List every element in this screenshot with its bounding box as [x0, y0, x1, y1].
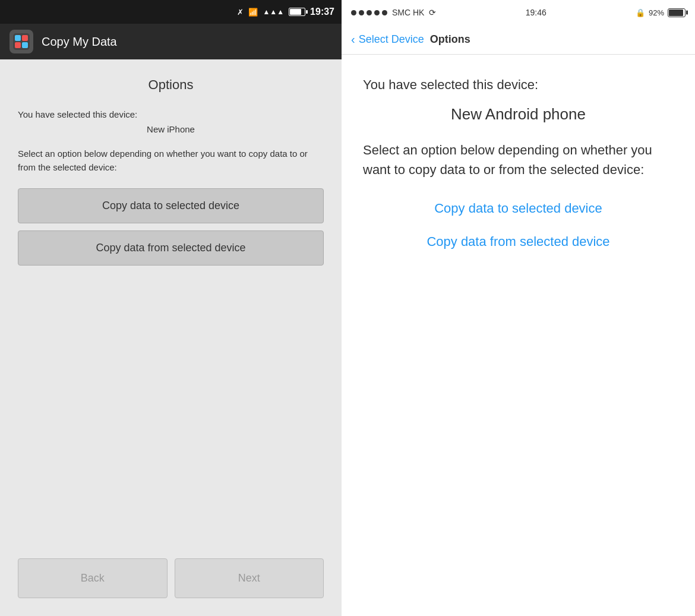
svg-rect-4: [22, 42, 28, 48]
android-time: 19:37: [310, 7, 334, 17]
ios-copy-from-link[interactable]: Copy data from selected device: [363, 234, 674, 249]
ios-signal-dots: [351, 10, 387, 15]
android-battery-icon: [289, 8, 305, 16]
ios-instruction: Select an option below depending on whet…: [363, 140, 674, 179]
android-copy-from-button[interactable]: Copy data from selected device: [18, 230, 324, 266]
svg-rect-2: [22, 35, 28, 41]
android-page-title: Options: [18, 77, 324, 93]
android-selected-label: You have selected this device:: [18, 109, 324, 119]
android-app-header: Copy My Data: [0, 24, 342, 59]
android-screen: ✗ 📶 ▲▲▲ 19:37 Copy My Data Options You h…: [0, 0, 342, 616]
ios-carrier: SMC HK: [392, 8, 424, 17]
ios-content: You have selected this device: New Andro…: [342, 55, 695, 616]
android-copy-to-button[interactable]: Copy data to selected device: [18, 188, 324, 223]
ios-lock-icon: 🔒: [636, 8, 645, 17]
android-device-name: New iPhone: [18, 124, 324, 134]
ios-nav-bar: ‹ Select Device Options: [342, 25, 695, 55]
app-icon: [10, 30, 33, 53]
android-next-button[interactable]: Next: [175, 558, 324, 598]
svg-rect-3: [15, 42, 21, 48]
ios-back-chevron-icon: ‹: [351, 33, 355, 46]
svg-rect-1: [15, 35, 21, 41]
ios-copy-to-link[interactable]: Copy data to selected device: [363, 201, 674, 216]
ios-wifi-icon: ⟳: [429, 8, 436, 17]
android-back-button[interactable]: Back: [18, 558, 168, 598]
ios-nav-title: Options: [430, 33, 470, 46]
ios-battery-icon: [668, 8, 685, 17]
android-network-icon: ▲▲▲: [263, 8, 284, 16]
android-content: Options You have selected this device: N…: [0, 59, 342, 546]
ios-status-bar: SMC HK ⟳ 19:46 🔒 92%: [342, 0, 695, 25]
ios-selected-label: You have selected this device:: [363, 76, 674, 94]
ios-back-label[interactable]: Select Device: [359, 33, 424, 46]
android-instruction: Select an option below depending on whet…: [18, 147, 324, 174]
ios-battery-percent: 92%: [649, 8, 664, 17]
ios-right-status: 🔒 92%: [636, 8, 685, 17]
android-wifi-icon: 📶: [248, 8, 258, 17]
ios-time: 19:46: [526, 8, 546, 17]
android-footer: Back Next: [0, 546, 342, 616]
app-title: Copy My Data: [42, 35, 117, 49]
android-signal-icon: ✗: [237, 8, 244, 17]
ios-screen: SMC HK ⟳ 19:46 🔒 92% ‹ Select Device Opt…: [342, 0, 695, 616]
android-status-bar: ✗ 📶 ▲▲▲ 19:37: [0, 0, 342, 24]
ios-device-name: New Android phone: [363, 105, 674, 124]
